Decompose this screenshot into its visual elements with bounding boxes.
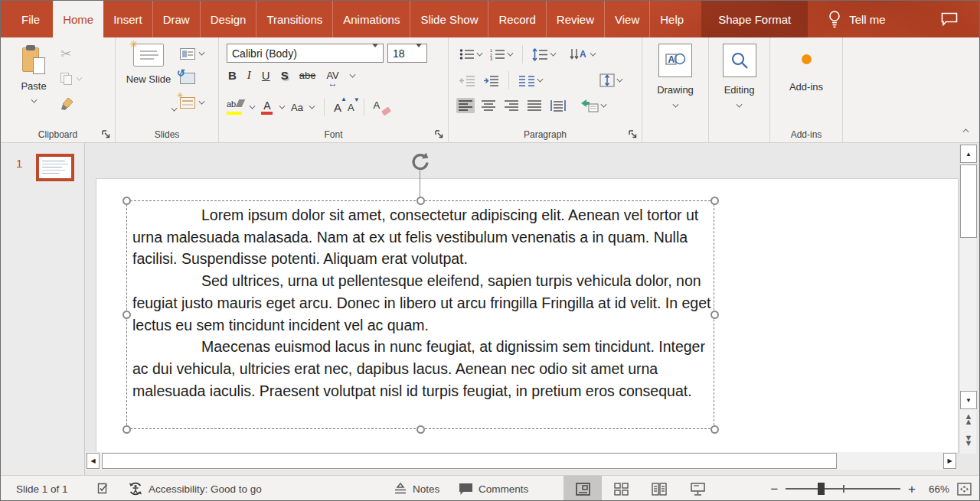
paragraph-dialog-launcher[interactable]: [627, 129, 638, 139]
text-direction-button[interactable]: A: [568, 47, 597, 63]
selection-handle-middle-right[interactable]: [710, 311, 719, 319]
justify-button[interactable]: [525, 98, 544, 113]
horizontal-scrollbar[interactable]: ◀ ▶: [87, 452, 956, 470]
feedback-icon[interactable]: [941, 12, 958, 26]
character-spacing-chevron[interactable]: [349, 71, 355, 77]
tab-file[interactable]: File: [8, 1, 53, 37]
selection-handle-bottom-right[interactable]: [710, 425, 719, 434]
increase-font-size-button[interactable]: A▲: [334, 101, 341, 114]
selection-handle-top-left[interactable]: [122, 197, 131, 205]
align-right-button[interactable]: [502, 98, 521, 113]
paragraph-2[interactable]: Sed ultrices, urna ut pellentesque eleif…: [132, 270, 711, 336]
font-name-combobox[interactable]: Calibri (Body): [227, 44, 384, 63]
editing-button[interactable]: Editing: [709, 44, 769, 107]
tab-draw[interactable]: Draw: [152, 1, 200, 37]
zoom-in-button[interactable]: +: [908, 483, 916, 496]
character-spacing-button[interactable]: AV: [326, 70, 338, 81]
tab-review[interactable]: Review: [546, 1, 604, 37]
strikethrough-button[interactable]: abe: [299, 70, 316, 80]
zoom-slider[interactable]: [786, 488, 900, 490]
convert-smartart-button[interactable]: [579, 97, 608, 114]
slide-sorter-view-button[interactable]: [602, 476, 640, 501]
format-painter-button[interactable]: [60, 96, 106, 112]
slideshow-view-button[interactable]: [678, 476, 717, 501]
align-text-chevron[interactable]: [617, 76, 623, 83]
tab-insert[interactable]: Insert: [103, 1, 152, 37]
tab-shape-format[interactable]: Shape Format: [701, 1, 808, 37]
clipboard-dialog-launcher[interactable]: [100, 129, 111, 139]
horizontal-scrollbar-thumb[interactable]: [102, 453, 837, 469]
next-slide-button[interactable]: ▼▼: [962, 435, 975, 446]
copy-dropdown-chevron[interactable]: [77, 75, 83, 81]
new-slide-button[interactable]: ✳ New Slide: [125, 44, 172, 134]
cut-button[interactable]: ✂: [60, 45, 106, 62]
tab-record[interactable]: Record: [488, 1, 545, 37]
smartart-chevron[interactable]: [601, 102, 607, 108]
change-case-chevron[interactable]: [309, 103, 315, 109]
vertical-scrollbar[interactable]: ▲ ▼ ▲▲ ▼▼: [959, 145, 976, 454]
zoom-level[interactable]: 66%: [923, 483, 949, 495]
drawing-button[interactable]: A Drawing: [642, 44, 708, 107]
selection-handle-bottom-center[interactable]: [416, 425, 425, 434]
editing-chevron[interactable]: [737, 102, 743, 108]
layout-chevron[interactable]: [199, 50, 205, 56]
align-center-button[interactable]: [479, 98, 498, 113]
distribute-columns-button[interactable]: [548, 98, 568, 113]
font-size-combobox[interactable]: 18: [387, 44, 427, 63]
text-highlight-button[interactable]: ab: [227, 99, 243, 115]
spell-check-button[interactable]: [97, 476, 111, 501]
previous-slide-button[interactable]: ▲▲: [962, 414, 975, 425]
tab-view[interactable]: View: [604, 1, 649, 37]
decrease-font-size-button[interactable]: A▼: [348, 102, 354, 113]
increase-indent-button[interactable]: [482, 73, 501, 88]
tab-help[interactable]: Help: [649, 1, 694, 37]
vertical-scrollbar-thumb[interactable]: [960, 164, 977, 238]
text-direction-chevron[interactable]: [590, 50, 596, 57]
numbering-chevron[interactable]: [508, 50, 514, 57]
tab-home[interactable]: Home: [53, 1, 103, 37]
paste-dropdown-chevron[interactable]: [31, 97, 37, 103]
tell-me[interactable]: Tell me: [828, 1, 886, 37]
highlight-chevron[interactable]: [250, 103, 256, 109]
selection-handle-bottom-left[interactable]: [122, 425, 131, 434]
selection-handle-top-center[interactable]: [416, 197, 425, 205]
tab-slide-show[interactable]: Slide Show: [410, 1, 488, 37]
font-color-button[interactable]: A: [261, 99, 273, 115]
paragraph-1[interactable]: Lorem ipsum dolor sit amet, consectetur …: [132, 204, 711, 270]
tab-design[interactable]: Design: [200, 1, 256, 37]
columns-chevron[interactable]: [537, 76, 544, 83]
drawing-chevron[interactable]: [672, 102, 678, 108]
addins-button[interactable]: Add-ins: [770, 44, 842, 93]
selection-handle-top-right[interactable]: [710, 197, 719, 205]
change-case-button[interactable]: Aa: [291, 102, 303, 113]
zoom-out-button[interactable]: −: [770, 483, 778, 496]
textbox-text[interactable]: Lorem ipsum dolor sit amet, consectetur …: [132, 204, 711, 402]
line-spacing-button[interactable]: [531, 47, 557, 63]
scroll-up-button[interactable]: ▲: [960, 145, 977, 163]
comments-button[interactable]: Comments: [459, 476, 528, 501]
bullets-chevron[interactable]: [477, 50, 483, 57]
align-text-button[interactable]: [598, 72, 624, 89]
font-color-chevron[interactable]: [279, 103, 286, 109]
scroll-down-button[interactable]: ▼: [960, 391, 977, 409]
underline-button[interactable]: U: [262, 70, 270, 81]
slide-layout-button[interactable]: [180, 45, 204, 62]
scroll-left-button[interactable]: ◀: [87, 453, 100, 469]
slide-thumbnail[interactable]: [36, 154, 74, 181]
font-dialog-launcher[interactable]: [433, 129, 444, 139]
reading-view-button[interactable]: [640, 476, 678, 501]
zoom-slider-thumb[interactable]: [818, 483, 825, 495]
tab-animations[interactable]: Animations: [332, 1, 410, 37]
fit-slide-button[interactable]: [957, 483, 972, 496]
columns-button[interactable]: [517, 73, 544, 88]
accessibility-status[interactable]: Accessibility: Good to go: [128, 476, 262, 501]
selection-handle-middle-left[interactable]: [122, 311, 131, 319]
copy-button[interactable]: [60, 70, 106, 87]
section-button[interactable]: [180, 94, 204, 111]
reset-slide-button[interactable]: [180, 70, 204, 86]
paragraph-3[interactable]: Maecenas euismod lacus in nunc feugiat, …: [132, 336, 711, 402]
decrease-indent-button[interactable]: [458, 73, 477, 88]
collapse-ribbon-button[interactable]: [963, 124, 969, 138]
text-shadow-button[interactable]: S: [281, 70, 289, 81]
numbering-button[interactable]: 123: [488, 47, 514, 62]
